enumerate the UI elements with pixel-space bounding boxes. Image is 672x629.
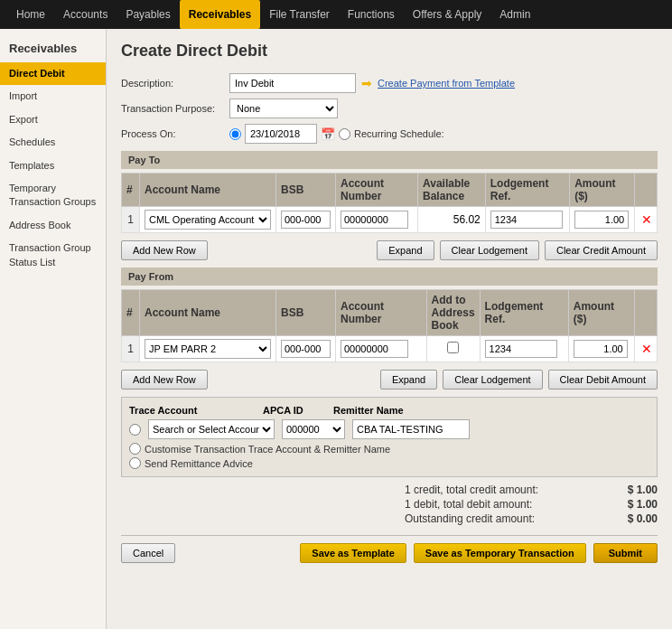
- customise-label: Customise Transaction Trace Account & Re…: [145, 444, 390, 455]
- pay-to-expand-btn[interactable]: Expand: [377, 240, 434, 260]
- col-account-number: Account Number: [336, 174, 418, 207]
- pay-from-bsb-input[interactable]: [281, 340, 331, 358]
- trace-account-label: Trace Account: [129, 405, 256, 416]
- account-number-cell: [336, 207, 418, 233]
- main-container: Receivables Direct Debit Import Export S…: [0, 29, 672, 629]
- nav-functions[interactable]: Functions: [339, 0, 404, 29]
- summary-section: 1 credit, total credit amount: $ 1.00 1 …: [121, 483, 658, 526]
- nav-home[interactable]: Home: [7, 0, 54, 29]
- pay-to-clear-lodgement-btn[interactable]: Clear Lodgement: [440, 240, 539, 260]
- sidebar-item-export[interactable]: Export: [0, 108, 106, 131]
- credit-summary-label: 1 credit, total credit amount:: [405, 483, 538, 496]
- submit-button[interactable]: Submit: [593, 543, 658, 563]
- col-action: [634, 174, 657, 207]
- pay-from-account-number-input[interactable]: [341, 340, 408, 358]
- pay-to-delete-btn[interactable]: ✕: [641, 212, 652, 227]
- transaction-purpose-select[interactable]: None: [229, 99, 338, 118]
- summary-box: 1 credit, total credit amount: $ 1.00 1 …: [405, 483, 658, 526]
- bsb-cell: [276, 207, 336, 233]
- nav-payables[interactable]: Payables: [117, 0, 179, 29]
- description-input[interactable]: [229, 73, 356, 93]
- remitter-name-label: Remitter Name: [333, 405, 404, 416]
- account-name-cell: CML Operating Account: [140, 207, 276, 233]
- calendar-icon[interactable]: 📅: [321, 127, 335, 141]
- pf-delete-cell: ✕: [634, 336, 657, 362]
- cancel-button[interactable]: Cancel: [121, 543, 175, 563]
- send-remittance-radio[interactable]: [129, 457, 141, 469]
- add-to-address-book-checkbox[interactable]: [447, 342, 459, 353]
- outstanding-summary-label: Outstanding credit amount:: [405, 512, 535, 525]
- credit-summary-row: 1 credit, total credit amount: $ 1.00: [405, 483, 658, 497]
- pf-add-address-cell: [426, 336, 480, 362]
- nav-admin[interactable]: Admin: [490, 0, 539, 29]
- pay-to-lodgement-input[interactable]: [490, 211, 563, 229]
- nav-offers-apply[interactable]: Offers & Apply: [404, 0, 490, 29]
- debit-summary-value: $ 1.00: [608, 498, 658, 511]
- send-remittance-row: Send Remittance Advice: [129, 457, 649, 469]
- pay-from-btn-row: Add New Row Expand Clear Lodgement Clear…: [121, 370, 658, 390]
- pay-to-btn-row: Add New Row Expand Clear Lodgement Clear…: [121, 240, 658, 260]
- row-num: 1: [122, 207, 140, 233]
- pay-from-clear-lodgement-btn[interactable]: Clear Lodgement: [443, 370, 542, 390]
- pf-col-num: #: [122, 290, 140, 336]
- pf-account-number-cell: [336, 336, 427, 362]
- transaction-purpose-row: Transaction Purpose: None: [121, 99, 658, 118]
- apca-id-select[interactable]: 000000: [282, 419, 345, 439]
- trace-account-select[interactable]: Search or Select Account: [148, 419, 275, 439]
- delete-cell: ✕: [634, 207, 657, 233]
- pay-from-clear-debit-btn[interactable]: Clear Debit Amount: [548, 370, 658, 390]
- nav-accounts[interactable]: Accounts: [54, 0, 117, 29]
- pay-to-amount-input[interactable]: [574, 211, 629, 229]
- sidebar-item-address-book[interactable]: Address Book: [0, 214, 106, 237]
- col-amount: Amount ($): [570, 174, 635, 207]
- apca-id-label: APCA ID: [263, 405, 326, 416]
- process-on-label: Process On:: [121, 128, 229, 139]
- amount-cell: [570, 207, 635, 233]
- sidebar-title: Receivables: [0, 36, 106, 62]
- pay-to-bsb-input[interactable]: [281, 211, 331, 229]
- bottom-button-bar: Cancel Save as Template Save as Temporar…: [121, 535, 658, 563]
- pay-from-amount-input[interactable]: [574, 340, 628, 358]
- send-remittance-label: Send Remittance Advice: [145, 458, 253, 469]
- sidebar-item-import[interactable]: Import: [0, 85, 106, 108]
- pay-to-clear-credit-btn[interactable]: Clear Credit Amount: [545, 240, 658, 260]
- pay-to-account-number-input[interactable]: [341, 211, 408, 229]
- process-on-radio[interactable]: [229, 128, 241, 140]
- sidebar-item-transaction-group-status-list[interactable]: Transaction Group Status List: [0, 237, 106, 274]
- recurring-radio[interactable]: [339, 128, 350, 140]
- remitter-name-input[interactable]: [352, 419, 470, 439]
- create-template-link[interactable]: Create Payment from Template: [378, 78, 515, 89]
- available-balance-cell: 56.02: [418, 207, 486, 233]
- pay-to-add-row-btn[interactable]: Add New Row: [121, 240, 208, 260]
- save-temporary-button[interactable]: Save as Temporary Transaction: [414, 543, 586, 563]
- arrow-icon: ➡: [361, 76, 372, 90]
- pay-from-lodgement-input[interactable]: [485, 340, 557, 358]
- pay-from-add-row-btn[interactable]: Add New Row: [121, 370, 208, 390]
- save-template-button[interactable]: Save as Template: [300, 543, 406, 563]
- pay-from-table: # Account Name BSB Account Number Add to…: [121, 289, 658, 362]
- nav-file-transfer[interactable]: File Transfer: [260, 0, 339, 29]
- pay-to-account-select[interactable]: CML Operating Account: [145, 210, 271, 230]
- pay-from-account-select[interactable]: JP EM PARR 2: [145, 339, 271, 359]
- trace-labels-row: Trace Account APCA ID Remitter Name: [129, 405, 649, 416]
- pay-from-expand-btn[interactable]: Expand: [380, 370, 437, 390]
- pf-row-num: 1: [122, 336, 140, 362]
- sidebar: Receivables Direct Debit Import Export S…: [0, 29, 107, 629]
- sidebar-item-schedules[interactable]: Schedules: [0, 131, 106, 154]
- nav-receivables[interactable]: Receivables: [180, 0, 260, 29]
- pay-from-delete-btn[interactable]: ✕: [641, 342, 652, 356]
- lodgement-ref-cell: [485, 207, 569, 233]
- trace-radio[interactable]: [129, 424, 141, 436]
- pay-to-header: Pay To: [121, 151, 658, 169]
- sidebar-item-templates[interactable]: Templates: [0, 155, 106, 177]
- customise-radio[interactable]: [129, 443, 141, 455]
- sidebar-item-direct-debit[interactable]: Direct Debit: [0, 62, 106, 85]
- credit-summary-value: $ 1.00: [608, 483, 658, 496]
- trace-box: Trace Account APCA ID Remitter Name Sear…: [121, 397, 658, 477]
- sidebar-item-temporary-transaction-groups[interactable]: Temporary Transaction Groups: [0, 177, 106, 214]
- customise-row: Customise Transaction Trace Account & Re…: [129, 443, 649, 455]
- process-on-row: Process On: 📅 Recurring Schedule:: [121, 124, 658, 144]
- outstanding-summary-row: Outstanding credit amount: $ 0.00: [405, 512, 658, 526]
- process-on-date-input[interactable]: [245, 124, 317, 144]
- pf-amount-cell: [568, 336, 634, 362]
